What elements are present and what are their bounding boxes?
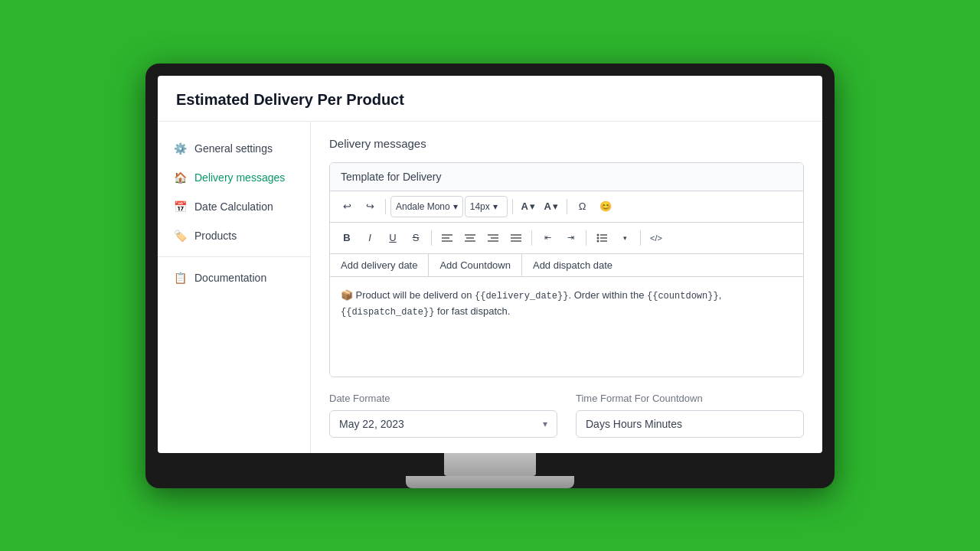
sidebar-item-label: General settings xyxy=(194,142,273,155)
calendar-icon: 📅 xyxy=(173,200,187,214)
toolbar-row-2: B I U S xyxy=(330,223,803,254)
font-size-select[interactable]: 14px ▾ xyxy=(465,196,508,217)
align-justify-button[interactable] xyxy=(505,227,527,249)
insert-buttons-bar: Add delivery date Add Countdown Add disp… xyxy=(330,254,803,277)
align-center-button[interactable] xyxy=(459,227,481,249)
emoji-button[interactable]: 😊 xyxy=(595,196,616,217)
strikethrough-button[interactable]: S xyxy=(405,227,426,249)
align-left-button[interactable] xyxy=(436,227,458,249)
chevron-down-icon: ▾ xyxy=(453,201,458,212)
sidebar-item-delivery-messages[interactable]: 🏠 Delivery messages xyxy=(158,163,310,192)
underline-button[interactable]: U xyxy=(382,227,403,249)
chevron-down-icon: ▾ xyxy=(493,201,498,212)
code-button[interactable]: </> xyxy=(645,227,667,249)
toolbar-separator xyxy=(385,199,386,214)
editor-content[interactable]: 📦 Product will be deliverd on {{delivery… xyxy=(330,277,803,377)
template-box: Template for Delivery ↩ ↪ Andale Mono ▾ xyxy=(329,162,804,377)
toolbar-row-1: ↩ ↪ Andale Mono ▾ 14px ▾ xyxy=(330,191,803,223)
ordered-list-button[interactable]: ▾ xyxy=(614,227,635,249)
delivery-icon: 📦 xyxy=(341,289,353,301)
highlight-button[interactable]: A ▾ xyxy=(541,196,562,217)
form-row: Date Formate May 22, 2023 ▾ Time Format … xyxy=(329,393,804,438)
page-title: Estimated Delivery Per Product xyxy=(176,91,804,109)
date-format-value: May 22, 2023 xyxy=(339,418,543,430)
font-family-value: Andale Mono xyxy=(396,201,450,212)
redo-button[interactable]: ↪ xyxy=(359,196,381,217)
font-family-select[interactable]: Andale Mono ▾ xyxy=(390,196,463,217)
special-char-button[interactable]: Ω xyxy=(572,196,593,217)
gear-icon: ⚙️ xyxy=(173,142,187,155)
align-right-button[interactable] xyxy=(482,227,504,249)
add-countdown-button[interactable]: Add Countdown xyxy=(429,254,522,276)
date-format-label: Date Formate xyxy=(329,393,557,404)
indent-increase-button[interactable]: ⇥ xyxy=(560,227,581,249)
sidebar-divider xyxy=(158,256,310,257)
monitor-stand-base xyxy=(406,476,574,488)
svg-point-16 xyxy=(597,240,599,242)
sidebar-item-documentation[interactable]: 📋 Documentation xyxy=(158,263,310,292)
chevron-down-icon: ▾ xyxy=(553,201,558,212)
toolbar-separator xyxy=(640,230,641,246)
sidebar-item-general-settings[interactable]: ⚙️ General settings xyxy=(158,134,310,163)
home-icon: 🏠 xyxy=(173,171,187,184)
font-size-value: 14px xyxy=(470,201,490,212)
italic-button[interactable]: I xyxy=(359,227,381,249)
font-color-button[interactable]: A ▾ xyxy=(518,196,539,217)
add-delivery-date-button[interactable]: Add delivery date xyxy=(330,254,429,276)
sidebar-item-label: Delivery messages xyxy=(194,171,285,184)
monitor-stand-top xyxy=(444,453,536,476)
docs-icon: 📋 xyxy=(173,271,187,285)
toolbar-separator xyxy=(531,230,532,246)
svg-point-14 xyxy=(597,236,599,239)
toolbar-separator xyxy=(586,230,586,246)
time-format-group: Time Format For Countdown Days Hours Min… xyxy=(576,393,804,438)
bold-button[interactable]: B xyxy=(336,227,358,249)
toolbar-separator xyxy=(567,199,567,214)
sidebar-item-label: Products xyxy=(194,230,237,242)
add-dispatch-date-button[interactable]: Add dispatch date xyxy=(522,254,623,276)
sidebar-item-label: Date Calculation xyxy=(194,201,273,213)
chevron-down-icon: ▾ xyxy=(530,201,535,212)
toolbar-separator xyxy=(431,230,432,246)
toolbar-separator xyxy=(512,199,513,214)
chevron-down-icon: ▾ xyxy=(543,419,547,429)
sidebar-item-date-calculation[interactable]: 📅 Date Calculation xyxy=(158,192,310,221)
highlight-label: A xyxy=(544,201,551,212)
date-format-group: Date Formate May 22, 2023 ▾ xyxy=(329,393,557,438)
section-title: Delivery messages xyxy=(329,137,804,150)
main-content: Delivery messages Template for Delivery … xyxy=(311,122,822,453)
date-format-select[interactable]: May 22, 2023 ▾ xyxy=(329,410,557,438)
chevron-down-icon: ▾ xyxy=(623,234,627,242)
unordered-list-button[interactable] xyxy=(591,227,612,249)
sidebar: ⚙️ General settings 🏠 Delivery messages … xyxy=(158,122,311,453)
time-format-label: Time Format For Countdown xyxy=(576,393,804,404)
font-color-label: A xyxy=(521,201,528,212)
sidebar-item-products[interactable]: 🏷️ Products xyxy=(158,221,310,250)
template-title: Template for Delivery xyxy=(330,163,803,191)
undo-button[interactable]: ↩ xyxy=(336,196,358,217)
svg-point-12 xyxy=(597,233,599,236)
tag-icon: 🏷️ xyxy=(173,229,187,243)
time-format-value: Days Hours Minutes xyxy=(576,410,804,438)
sidebar-item-label: Documentation xyxy=(194,272,266,284)
indent-decrease-button[interactable]: ⇤ xyxy=(537,227,558,249)
